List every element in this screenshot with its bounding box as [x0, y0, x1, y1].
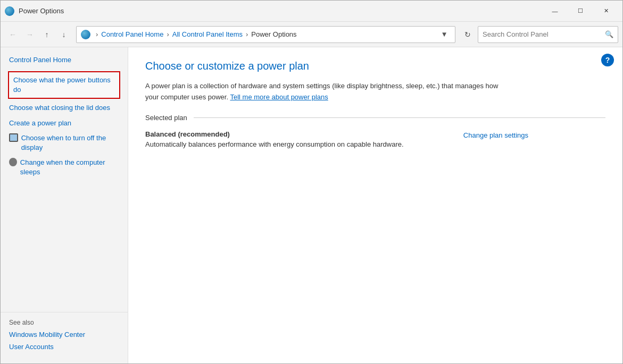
- sidebar-item-power-buttons-label: Choose what the power buttons do: [13, 75, 115, 95]
- nav-arrows: ← → ↑ ↓: [5, 27, 72, 43]
- sidebar-bottom: See also Windows Mobility Center User Ac…: [1, 312, 128, 355]
- title-bar-left: Power Options: [5, 6, 64, 16]
- refresh-button[interactable]: ↻: [460, 26, 476, 43]
- address-dropdown-button[interactable]: ▼: [438, 28, 451, 41]
- sidebar-mobility-center[interactable]: Windows Mobility Center: [9, 331, 119, 338]
- close-button[interactable]: ✕: [594, 3, 618, 20]
- sidebar-item-lid[interactable]: Choose what closing the lid does: [9, 103, 119, 113]
- address-bar: › Control Panel Home › All Control Panel…: [76, 26, 455, 43]
- sidebar-item-create-plan-label: Create a power plan: [9, 118, 71, 128]
- breadcrumb-icon: [81, 30, 90, 39]
- plan-name: Balanced (recommended): [145, 130, 404, 138]
- sidebar-user-accounts[interactable]: User Accounts: [9, 343, 119, 351]
- sidebar-item-lid-label: Choose what closing the lid does: [9, 103, 110, 113]
- window-controls: — ☐ ✕: [543, 3, 618, 20]
- sidebar: Control Panel Home Choose what the power…: [1, 47, 128, 363]
- sidebar-item-sleep-label: Change when the computer sleeps: [20, 158, 119, 177]
- window-title: Power Options: [19, 7, 64, 15]
- breadcrumb-sep1: ›: [96, 30, 98, 38]
- sidebar-top: Control Panel Home Choose what the power…: [1, 56, 128, 303]
- breadcrumb-control-panel[interactable]: Control Panel Home: [101, 30, 163, 38]
- see-also-label: See also: [9, 319, 119, 326]
- down-button[interactable]: ↓: [56, 27, 72, 43]
- change-plan-settings-link[interactable]: Change plan settings: [463, 131, 528, 139]
- breadcrumb-sep3: ›: [246, 30, 248, 38]
- plan-card: Balanced (recommended) Automatically bal…: [145, 130, 528, 148]
- search-box: 🔍: [478, 26, 618, 43]
- selected-plan-label: Selected plan: [145, 114, 187, 122]
- page-title: Choose or customize a power plan: [145, 60, 605, 72]
- monitor-icon: [9, 133, 18, 142]
- content-area: ? Choose or customize a power plan A pow…: [128, 47, 622, 363]
- moon-icon: [9, 158, 17, 166]
- search-input[interactable]: [483, 30, 602, 38]
- minimize-button[interactable]: —: [543, 3, 567, 20]
- sidebar-item-display[interactable]: Choose when to turn off the display: [9, 133, 119, 153]
- app-icon: [5, 6, 14, 16]
- title-bar: Power Options — ☐ ✕: [1, 1, 622, 22]
- tell-more-link[interactable]: Tell me more about power plans: [230, 93, 328, 101]
- breadcrumb-sep2: ›: [167, 30, 169, 38]
- plan-description: Automatically balances performance with …: [145, 140, 404, 148]
- main-window: Power Options — ☐ ✕ ← → ↑ ↓ › Control Pa…: [0, 0, 623, 364]
- selected-plan-header: Selected plan: [145, 114, 605, 122]
- back-button[interactable]: ←: [5, 27, 21, 43]
- selected-plan-section: Selected plan Balanced (recommended) Aut…: [145, 114, 605, 148]
- sidebar-item-sleep[interactable]: Change when the computer sleeps: [9, 158, 119, 177]
- forward-button[interactable]: →: [22, 27, 38, 43]
- search-icon: 🔍: [605, 30, 613, 38]
- breadcrumb-all-items[interactable]: All Control Panel Items: [172, 30, 243, 38]
- sidebar-item-create-plan[interactable]: Create a power plan: [9, 118, 119, 128]
- help-button[interactable]: ?: [601, 54, 614, 66]
- breadcrumb-current: Power Options: [251, 30, 296, 38]
- nav-bar: ← → ↑ ↓ › Control Panel Home › All Contr…: [1, 22, 622, 47]
- maximize-button[interactable]: ☐: [568, 3, 593, 20]
- sidebar-item-power-buttons[interactable]: Choose what the power buttons do: [8, 71, 120, 99]
- description: A power plan is a collection of hardware…: [145, 81, 507, 103]
- up-button[interactable]: ↑: [39, 27, 55, 43]
- sidebar-item-display-label: Choose when to turn off the display: [21, 133, 119, 153]
- selected-plan-line: [194, 117, 605, 118]
- main-layout: Control Panel Home Choose what the power…: [1, 47, 622, 363]
- sidebar-home-link[interactable]: Control Panel Home: [9, 56, 119, 64]
- plan-info: Balanced (recommended) Automatically bal…: [145, 130, 404, 148]
